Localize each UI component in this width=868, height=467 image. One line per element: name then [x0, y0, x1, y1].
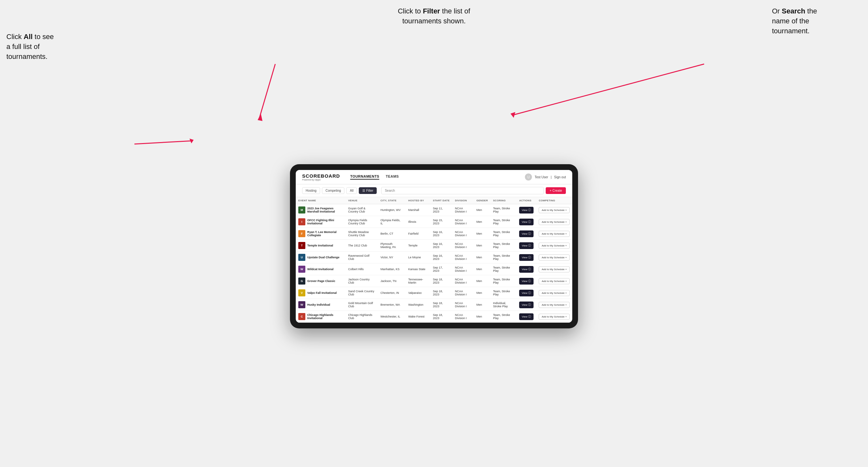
table-row: M 2023 Joe Feaganes Marshall Invitationa…	[296, 204, 572, 216]
team-logo: T	[298, 242, 305, 249]
search-input-wrap	[381, 187, 544, 194]
actions-cell: View ⓘ	[517, 216, 536, 228]
team-logo: U	[298, 254, 305, 261]
start-date-cell: Sep 16, 2023	[430, 252, 452, 263]
team-logo: V	[298, 289, 305, 297]
annotation-bold-all: All	[24, 33, 33, 41]
team-logo: W	[298, 301, 305, 308]
event-name: Upstate Dual Challenge	[307, 256, 340, 259]
col-hosted-by: HOSTED BY	[406, 197, 431, 204]
view-button[interactable]: View ⓘ	[519, 242, 533, 249]
division-cell: NCAA Division I	[452, 252, 474, 263]
competing-filter-button[interactable]: Competing	[322, 187, 344, 194]
scoring-cell: Team, Stroke Play	[490, 204, 517, 216]
hosted-by-cell: Kansas State	[406, 263, 431, 275]
add-to-schedule-button[interactable]: Add to My Schedule +	[539, 254, 570, 260]
nav-tab-teams[interactable]: TEAMS	[386, 175, 399, 180]
table-row: W Husky Individual Gold Mountain Golf Cl…	[296, 299, 572, 311]
view-button[interactable]: View ⓘ	[519, 266, 533, 273]
col-event-name: EVENT NAME	[296, 197, 346, 204]
division-cell: NCAA Division I	[452, 263, 474, 275]
add-to-schedule-button[interactable]: Add to My Schedule +	[539, 207, 570, 213]
team-logo: C	[298, 313, 305, 320]
add-to-schedule-button[interactable]: Add to My Schedule +	[539, 219, 570, 225]
nav-tab-tournaments[interactable]: TOURNAMENTS	[350, 175, 379, 180]
gender-cell: Men	[474, 240, 490, 252]
venue-cell: Ravenwood Golf Club	[346, 252, 378, 263]
gender-cell: Men	[474, 263, 490, 275]
start-date-cell: Sep 15, 2023	[430, 216, 452, 228]
competing-cell: Add to My Schedule +	[536, 299, 572, 311]
info-icon: ⓘ	[528, 244, 531, 248]
scoring-cell: Team, Stroke Play	[490, 216, 517, 228]
annotation-bold-filter: Filter	[423, 7, 440, 15]
info-icon: ⓘ	[528, 232, 531, 236]
add-to-schedule-button[interactable]: Add to My Schedule +	[539, 278, 570, 284]
city-state-cell: Huntington, WV	[378, 204, 406, 216]
team-logo: G	[298, 278, 305, 285]
view-button[interactable]: View ⓘ	[519, 219, 533, 225]
gender-cell: Men	[474, 287, 490, 299]
add-to-schedule-button[interactable]: Add to My Schedule +	[539, 290, 570, 296]
venue-cell: Jackson Country Club	[346, 275, 378, 287]
info-icon: ⓘ	[528, 220, 531, 224]
competing-cell: Add to My Schedule +	[536, 263, 572, 275]
view-button[interactable]: View ⓘ	[519, 207, 533, 214]
col-city-state: CITY, STATE	[378, 197, 406, 204]
team-logo: W	[298, 266, 305, 273]
gender-cell: Men	[474, 228, 490, 240]
competing-cell: Add to My Schedule +	[536, 287, 572, 299]
filter-label: Filter	[366, 189, 373, 192]
hosted-by-cell: Fairfield	[406, 228, 431, 240]
venue-cell: Chicago Highlands Club	[346, 311, 378, 323]
col-venue: VENUE	[346, 197, 378, 204]
add-to-schedule-button[interactable]: Add to My Schedule +	[539, 266, 570, 272]
city-state-cell: Olympia Fields, IL	[378, 216, 406, 228]
competing-cell: Add to My Schedule +	[536, 204, 572, 216]
view-button[interactable]: View ⓘ	[519, 230, 533, 237]
header-right: U Test User | Sign out	[525, 174, 566, 181]
view-button[interactable]: View ⓘ	[519, 302, 533, 308]
division-cell: NCAA Division I	[452, 240, 474, 252]
venue-cell: Shuttle Meadow Country Club	[346, 228, 378, 240]
competing-cell: Add to My Schedule +	[536, 275, 572, 287]
view-button[interactable]: View ⓘ	[519, 278, 533, 285]
team-logo: F	[298, 230, 305, 237]
event-name: Ryan T. Lee Memorial Collegiate	[307, 230, 343, 237]
view-button[interactable]: View ⓘ	[519, 313, 533, 320]
table-row: F Ryan T. Lee Memorial Collegiate Shuttl…	[296, 228, 572, 240]
start-date-cell: Sep 16, 2023	[430, 240, 452, 252]
venue-cell: Gold Mountain Golf Club	[346, 299, 378, 311]
table-container: EVENT NAME VENUE CITY, STATE HOSTED BY S…	[296, 197, 572, 323]
col-gender: GENDER	[474, 197, 490, 204]
hosting-filter-button[interactable]: Hosting	[302, 187, 320, 194]
add-to-schedule-button[interactable]: Add to My Schedule +	[539, 243, 570, 249]
add-to-schedule-button[interactable]: Add to My Schedule +	[539, 231, 570, 237]
search-input[interactable]	[381, 187, 544, 194]
division-cell: NCAA Division I	[452, 299, 474, 311]
team-logo: I	[298, 218, 305, 225]
start-date-cell: Sep 16, 2023	[430, 228, 452, 240]
add-to-schedule-button[interactable]: Add to My Schedule +	[539, 302, 570, 308]
view-button[interactable]: View ⓘ	[519, 290, 533, 297]
scoring-cell: Team, Stroke Play	[490, 228, 517, 240]
event-name: OFCC Fighting Illini Invitational	[307, 219, 343, 225]
sign-out-link[interactable]: Sign out	[554, 176, 566, 179]
add-to-schedule-button[interactable]: Add to My Schedule +	[539, 314, 570, 320]
venue-cell: Olympia Fields Country Club	[346, 216, 378, 228]
gender-cell: Men	[474, 299, 490, 311]
venue-cell: The 1912 Club	[346, 240, 378, 252]
scoring-cell: Team, Stroke Play	[490, 275, 517, 287]
all-filter-button[interactable]: All	[346, 187, 357, 194]
start-date-cell: Sep 18, 2023	[430, 275, 452, 287]
view-button[interactable]: View ⓘ	[519, 254, 533, 261]
table-header: EVENT NAME VENUE CITY, STATE HOSTED BY S…	[296, 197, 572, 204]
city-state-cell: Westchester, IL	[378, 311, 406, 323]
event-name: Wildcat Invitational	[307, 268, 334, 271]
filter-toggle-button[interactable]: ☰ Filter	[359, 187, 377, 194]
venue-cell: Colbert Hills	[346, 263, 378, 275]
info-icon: ⓘ	[528, 279, 531, 283]
create-button[interactable]: + Create	[546, 187, 566, 194]
col-division: DIVISION	[452, 197, 474, 204]
hosted-by-cell: Washington	[406, 299, 431, 311]
